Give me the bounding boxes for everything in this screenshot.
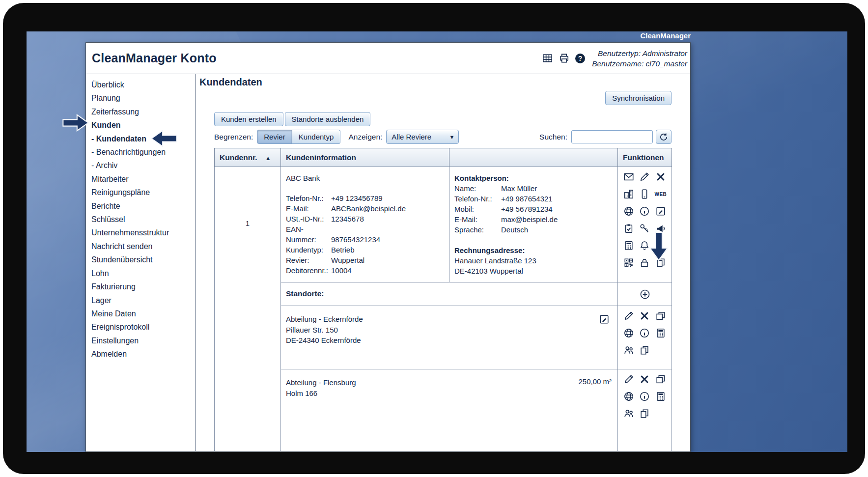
envelope-icon[interactable] — [623, 171, 634, 182]
customer-info-cell: ABC Bank Telefon-Nr.:+49 123456789 E-Mai… — [281, 167, 449, 282]
buildings-icon[interactable] — [623, 189, 634, 199]
search-input[interactable] — [571, 130, 653, 143]
info-icon[interactable] — [639, 206, 650, 217]
sidebar-item-planung[interactable]: Planung — [91, 91, 195, 105]
sidebar-item-abmelden[interactable]: Abmelden — [91, 347, 195, 361]
field-label: Mobil: — [454, 204, 501, 214]
field-value: +49 987654321 — [501, 194, 613, 204]
qr-code-icon[interactable] — [623, 257, 634, 268]
sidebar-item-reinigungsplaene[interactable]: Reinigungspläne — [91, 186, 195, 199]
sidebar-item-lohn[interactable]: Lohn — [91, 267, 195, 280]
create-customer-button[interactable]: Kunden erstellen — [214, 112, 283, 126]
location-function-icons — [621, 374, 669, 419]
delete-icon[interactable] — [639, 374, 650, 385]
location-line: DE-24340 Eckernförde — [286, 335, 363, 346]
help-icon[interactable]: ? — [575, 54, 585, 63]
page-title: Kundendaten — [199, 77, 690, 88]
column-header-kundennr[interactable]: Kundennr.▲ — [215, 148, 281, 167]
delete-icon[interactable] — [639, 310, 650, 321]
synchronisation-button[interactable]: Synchronisation — [605, 91, 672, 105]
documents-icon[interactable] — [639, 345, 650, 356]
sidebar-item-ueberblick[interactable]: Überblick — [91, 78, 195, 91]
users-icon[interactable] — [623, 408, 634, 419]
sidebar-item-archiv[interactable]: - Archiv — [91, 159, 195, 172]
duplicate-icon[interactable] — [655, 374, 666, 385]
sidebar-item-einstellungen[interactable]: Einstellungen — [91, 334, 195, 347]
hide-locations-button[interactable]: Standorte ausblenden — [285, 112, 371, 126]
sidebar-item-fakturierung[interactable]: Fakturierung — [91, 280, 195, 293]
table-icon[interactable] — [542, 53, 553, 64]
globe-icon[interactable] — [623, 391, 634, 402]
location-info-cell: Abteilung - Flensburg Holm 166 250,00 m² — [281, 369, 618, 451]
sidebar-item-ereignisprotokoll[interactable]: Ereignisprotokoll — [91, 320, 195, 334]
calculator-icon[interactable] — [655, 328, 666, 338]
edit-icon[interactable] — [623, 374, 634, 385]
location-functions-cell — [618, 369, 672, 451]
field-value: Max Müller — [501, 183, 613, 194]
sidebar-item-nachricht-senden[interactable]: Nachricht senden — [91, 240, 195, 253]
sidebar-item-stundenuebersicht[interactable]: Stundenübersicht — [91, 253, 195, 266]
sidebar-item-schluessel[interactable]: Schlüssel — [91, 213, 195, 226]
field-label: Kundentyp: — [286, 245, 331, 255]
filter-kundentyp-button[interactable]: Kundentyp — [292, 130, 341, 144]
field-label: E-Mail: — [454, 214, 501, 224]
billing-address-line: Hanauer Landstraße 123 — [454, 255, 613, 266]
filter-revier-button[interactable]: Revier — [257, 130, 292, 144]
printer-icon[interactable] — [559, 53, 570, 64]
sidebar-item-zeiterfassung[interactable]: Zeiterfassung — [91, 105, 195, 118]
delete-icon[interactable] — [655, 171, 666, 182]
info-icon[interactable] — [639, 328, 650, 338]
user-info: Benutzertyp: Administrator Benutzername:… — [592, 48, 688, 69]
documents-icon[interactable] — [639, 408, 650, 419]
user-type: Benutzertyp: Administrator — [592, 48, 687, 58]
web-icon[interactable]: WEB — [655, 192, 667, 197]
sidebar-item-meine-daten[interactable]: Meine Daten — [91, 307, 195, 320]
globe-icon[interactable] — [623, 206, 634, 217]
refresh-icon — [659, 132, 669, 142]
sidebar-item-lager[interactable]: Lager — [91, 294, 195, 307]
location-address: Abteilung - Flensburg Holm 166 — [286, 377, 356, 398]
users-icon[interactable] — [623, 345, 634, 356]
limit-label: Begrenzen: — [214, 133, 253, 141]
note-icon[interactable] — [655, 206, 666, 217]
sidebar-item-kundendaten[interactable]: - Kundendaten — [91, 132, 195, 145]
revier-select[interactable]: Alle Reviere ▼ — [386, 130, 459, 144]
field-label: Debitorennr.: — [286, 265, 331, 276]
globe-icon[interactable] — [623, 328, 634, 338]
sidebar: Überblick Planung Zeiterfassung Kunden -… — [86, 74, 196, 451]
field-value: 12345678 — [331, 214, 444, 224]
field-label: Revier: — [286, 255, 331, 265]
location-line: Pillauer Str. 150 — [286, 325, 363, 336]
refresh-button[interactable] — [656, 130, 672, 144]
field-label: EAN-Nummer: — [286, 224, 331, 245]
clipboard-check-icon[interactable] — [623, 223, 634, 234]
column-header-kundennr-label: Kundennr. — [220, 153, 257, 162]
edit-icon[interactable] — [623, 310, 634, 321]
location-row: Abteilung - Flensburg Holm 166 250,00 m² — [215, 369, 672, 451]
sidebar-item-mitarbeiter[interactable]: Mitarbeiter — [91, 172, 195, 186]
note-icon[interactable] — [599, 314, 610, 325]
sync-row: Synchronisation — [199, 91, 672, 105]
add-circle-icon[interactable] — [640, 289, 650, 300]
customer-fields: Telefon-Nr.:+49 123456789 E-Mail:ABCBank… — [286, 193, 444, 276]
filter-row: Begrenzen: Revier Kundentyp Anzeigen: Al… — [214, 130, 672, 144]
sidebar-item-kunden[interactable]: Kunden — [91, 118, 195, 132]
field-value: ABCBank@beispiel.de — [331, 203, 444, 214]
duplicate-icon[interactable] — [655, 310, 666, 321]
field-label: Telefon-Nr.: — [286, 193, 331, 203]
arrow-left-annotation — [150, 129, 178, 148]
sidebar-item-benachrichtigungen[interactable]: - Benachrichtigungen — [91, 145, 195, 159]
field-label: Name: — [454, 183, 501, 194]
location-functions-cell — [618, 306, 672, 369]
sidebar-item-berichte[interactable]: Berichte — [91, 199, 195, 213]
calculator-icon[interactable] — [655, 391, 666, 402]
sidebar-item-unternehmensstruktur[interactable]: Unternehmensstruktur — [91, 226, 195, 239]
mobile-icon[interactable] — [639, 189, 650, 199]
app-header: CleanManager Konto ? Benutzertyp: Admini… — [86, 43, 690, 74]
info-icon[interactable] — [639, 391, 650, 402]
location-area-value: 250,00 m² — [578, 377, 613, 386]
calculator-icon[interactable] — [623, 240, 634, 251]
customers-table: Kundennr.▲ Kundeninformation Funktionen … — [214, 148, 672, 451]
sort-ascending-icon: ▲ — [265, 155, 271, 162]
edit-icon[interactable] — [639, 171, 650, 182]
